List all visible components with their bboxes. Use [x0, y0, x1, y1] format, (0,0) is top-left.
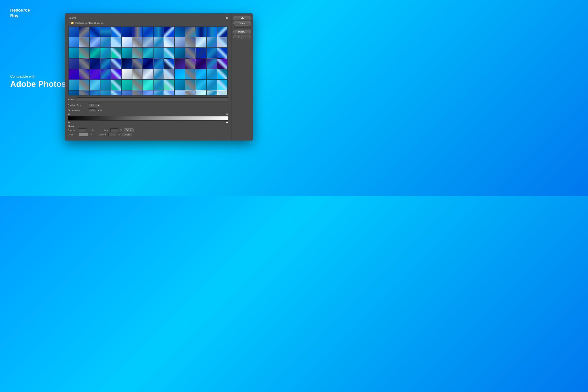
gradient-cell-56[interactable] [185, 58, 196, 68]
location-input-2[interactable] [108, 133, 116, 136]
stop-top-right[interactable] [226, 114, 228, 116]
gradient-cell-59[interactable] [217, 58, 227, 68]
gradient-cell-69[interactable] [164, 69, 174, 80]
gradient-cell-14[interactable] [217, 27, 227, 37]
gradient-cell-47[interactable] [90, 58, 100, 68]
gradient-cell-10[interactable] [175, 27, 185, 37]
gradient-cell-1[interactable] [79, 27, 90, 37]
gradient-cell-27[interactable] [196, 37, 206, 48]
gradient-cell-50[interactable] [122, 58, 132, 68]
gradient-cell-41[interactable] [185, 48, 196, 58]
gradient-cell-26[interactable] [185, 37, 196, 48]
gradient-cell-60[interactable] [68, 69, 79, 80]
gradient-cell-52[interactable] [143, 58, 153, 68]
gradient-cell-29[interactable] [217, 37, 227, 48]
gradient-cell-22[interactable] [143, 37, 153, 48]
smoothness-input[interactable] [88, 108, 96, 112]
cancel-button[interactable]: Cancel [234, 21, 251, 26]
color-swatch[interactable] [78, 133, 88, 136]
gradient-cell-48[interactable] [100, 58, 110, 68]
gradient-cell-64[interactable] [111, 69, 121, 80]
gradient-cell-2[interactable] [90, 27, 100, 37]
gradient-cell-61[interactable] [79, 69, 90, 80]
gradient-cell-84[interactable] [164, 80, 174, 90]
folder-row[interactable]: ▾ 📁 Resource Boy Blue Gradients [68, 21, 228, 25]
gradient-cell-62[interactable] [90, 69, 100, 80]
gradient-cell-70[interactable] [175, 69, 185, 80]
ok-button[interactable]: OK [234, 16, 251, 20]
gradient-cell-96[interactable] [132, 90, 142, 95]
gradient-cell-58[interactable] [206, 58, 217, 68]
gradient-cell-88[interactable] [206, 80, 217, 90]
gradient-cell-75[interactable] [68, 80, 79, 90]
gradient-cell-16[interactable] [79, 37, 90, 48]
gradient-cell-103[interactable] [206, 90, 217, 95]
gradient-cell-24[interactable] [164, 37, 174, 48]
name-input[interactable] [76, 98, 228, 102]
gradient-type-select[interactable]: Solid Noise [88, 103, 100, 107]
gradient-cell-44[interactable] [217, 48, 227, 58]
gradient-cell-53[interactable] [154, 58, 164, 68]
gradient-cell-91[interactable] [79, 90, 90, 95]
gradient-cell-81[interactable] [132, 80, 142, 90]
gradient-cell-94[interactable] [111, 90, 121, 95]
opacity-input[interactable] [78, 128, 86, 132]
gradient-cell-79[interactable] [111, 80, 121, 90]
gradient-cell-34[interactable] [111, 48, 121, 58]
gradient-cell-102[interactable] [196, 90, 206, 95]
gradient-cell-37[interactable] [143, 48, 153, 58]
gradient-cell-28[interactable] [206, 37, 217, 48]
gradient-cell-19[interactable] [111, 37, 121, 48]
gradient-cell-35[interactable] [122, 48, 132, 58]
gradient-cell-73[interactable] [206, 69, 217, 80]
gradient-cell-17[interactable] [90, 37, 100, 48]
gradient-cell-33[interactable] [100, 48, 110, 58]
gradient-cell-13[interactable] [206, 27, 217, 37]
gradient-cell-36[interactable] [132, 48, 142, 58]
location-input-1[interactable] [110, 128, 118, 132]
delete-button-2[interactable]: Delete [122, 133, 132, 136]
gradient-cell-18[interactable] [100, 37, 110, 48]
gradient-cell-0[interactable] [68, 27, 79, 37]
gradient-cell-45[interactable] [68, 58, 79, 68]
export-button[interactable]: Export... [234, 35, 251, 40]
gradient-cell-21[interactable] [132, 37, 142, 48]
gradient-cell-9[interactable] [164, 27, 174, 37]
gradient-cell-46[interactable] [79, 58, 90, 68]
gradient-cell-55[interactable] [175, 58, 185, 68]
gradient-cell-104[interactable] [217, 90, 227, 95]
gradient-cell-80[interactable] [122, 80, 132, 90]
gradient-cell-92[interactable] [90, 90, 100, 95]
gradient-cell-4[interactable] [111, 27, 121, 37]
gradient-cell-49[interactable] [111, 58, 121, 68]
gradient-cell-86[interactable] [185, 80, 196, 90]
gradient-cell-31[interactable] [79, 48, 90, 58]
gradient-cell-77[interactable] [90, 80, 100, 90]
gradient-cell-23[interactable] [154, 37, 164, 48]
gradient-cell-97[interactable] [143, 90, 153, 95]
gradient-cell-3[interactable] [100, 27, 110, 37]
gradient-cell-51[interactable] [132, 58, 142, 68]
gradient-cell-25[interactable] [175, 37, 185, 48]
gradient-cell-30[interactable] [68, 48, 79, 58]
gradient-cell-54[interactable] [164, 58, 174, 68]
stop-bottom-left[interactable] [68, 121, 70, 123]
gradient-cell-5[interactable] [122, 27, 132, 37]
gradient-cell-8[interactable] [154, 27, 164, 37]
gradient-cell-78[interactable] [100, 80, 110, 90]
gradient-cell-99[interactable] [164, 90, 174, 95]
gradient-cell-12[interactable] [196, 27, 206, 37]
gradient-cell-93[interactable] [100, 90, 110, 95]
gradient-cell-76[interactable] [79, 80, 90, 90]
gradient-cell-15[interactable] [68, 37, 79, 48]
gradient-cell-42[interactable] [196, 48, 206, 58]
gradient-cell-11[interactable] [185, 27, 196, 37]
gradient-cell-6[interactable] [132, 27, 142, 37]
gradient-cell-63[interactable] [100, 69, 110, 80]
gradient-cell-87[interactable] [196, 80, 206, 90]
gradient-cell-100[interactable] [175, 90, 185, 95]
gradient-cell-83[interactable] [154, 80, 164, 90]
import-button[interactable]: Import... [234, 30, 251, 34]
gradient-cell-82[interactable] [143, 80, 153, 90]
stop-bottom-right[interactable] [226, 121, 228, 123]
